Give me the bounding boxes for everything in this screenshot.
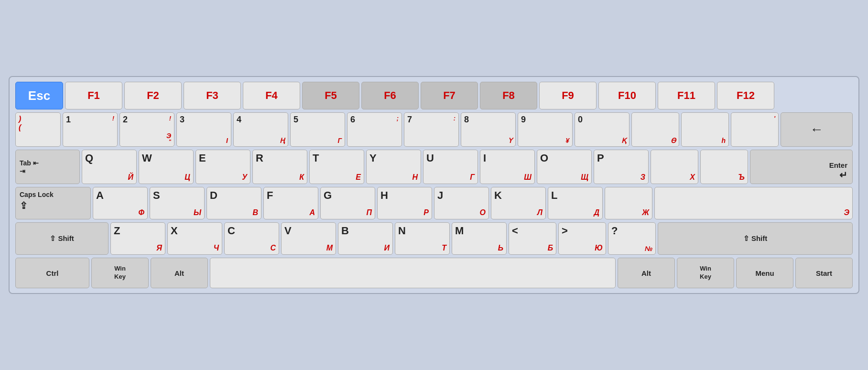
key-f6[interactable]: F6	[361, 82, 419, 109]
key-w[interactable]: W Ц	[139, 150, 194, 184]
key-alt[interactable]: Alt	[151, 258, 208, 288]
f10-label: F10	[618, 89, 636, 102]
key-0[interactable]: 0 Қ	[575, 112, 629, 147]
q-row: Tab ⇤ ⇥ Q Й W Ц E У R К T Е Y Н	[15, 150, 853, 184]
key-slash[interactable]: ? №	[608, 222, 656, 255]
key-r[interactable]: R К	[252, 150, 307, 184]
key-1[interactable]: 1 !	[63, 112, 118, 147]
key-n[interactable]: N Т	[395, 222, 450, 255]
key2-main: 2	[123, 115, 128, 125]
key-enter[interactable]: Enter ↵	[750, 150, 853, 184]
l-main: L	[551, 189, 557, 202]
key-j[interactable]: J О	[434, 187, 489, 219]
key0-sub: Қ	[621, 137, 626, 144]
z-row: ⇧ Shift Z Я X Ч C С V М B И N Т	[15, 222, 853, 255]
lshift-label: ⇧ Shift	[50, 234, 74, 243]
s-sub: Ы	[194, 208, 201, 217]
key-5[interactable]: 5 Г	[290, 112, 345, 147]
period-sub: Ю	[595, 244, 603, 252]
key-space[interactable]	[210, 258, 616, 288]
key-4[interactable]: 4 Ң	[233, 112, 288, 147]
mod-row: Ctrl WinKey Alt Alt WinKey Menu Start	[15, 258, 853, 288]
key-f8[interactable]: F8	[480, 82, 537, 109]
key-ralt[interactable]: Alt	[618, 258, 675, 288]
key-rshift[interactable]: ⇧ Shift	[658, 222, 853, 255]
x-main: X	[171, 225, 178, 237]
h-sub: Р	[423, 208, 429, 217]
key-f1[interactable]: F1	[65, 82, 122, 109]
key-y[interactable]: Y Н	[366, 150, 421, 184]
key-ctrl[interactable]: Ctrl	[15, 258, 89, 288]
key-p[interactable]: P З	[594, 150, 649, 184]
key-quote[interactable]: Э	[654, 187, 853, 219]
key-comma[interactable]: < Б	[509, 222, 556, 255]
j-main: J	[437, 189, 443, 202]
rwin-label: WinKey	[700, 265, 711, 281]
key-l[interactable]: L Д	[548, 187, 603, 219]
key-tab[interactable]: Tab ⇤ ⇥	[15, 150, 80, 184]
key-9[interactable]: 9 ¥	[518, 112, 573, 147]
key-m[interactable]: M Ь	[452, 222, 507, 255]
key-backspace[interactable]: ←	[781, 112, 853, 147]
w-sub: Ц	[184, 173, 190, 182]
key-h[interactable]: H Р	[377, 187, 432, 219]
key-2[interactable]: 2 ! Э "	[119, 112, 174, 147]
key-7[interactable]: 7 :	[404, 112, 459, 147]
v-main: V	[284, 225, 292, 237]
key-f5[interactable]: F5	[302, 82, 359, 109]
f9-label: F9	[562, 89, 574, 102]
key-f2[interactable]: F2	[124, 82, 182, 109]
key-v[interactable]: V М	[281, 222, 336, 255]
key-6[interactable]: 6 ;	[347, 112, 402, 147]
key-x[interactable]: X Ч	[167, 222, 222, 255]
key-d[interactable]: D В	[206, 187, 261, 219]
key-b[interactable]: B И	[338, 222, 393, 255]
f8-label: F8	[502, 89, 515, 102]
key-f7[interactable]: F7	[421, 82, 478, 109]
t-main: T	[313, 152, 319, 164]
key-o[interactable]: O Щ	[537, 150, 592, 184]
key-3[interactable]: 3 І	[176, 112, 231, 147]
key-rwin[interactable]: WinKey	[677, 258, 734, 288]
key-period[interactable]: > Ю	[558, 222, 606, 255]
key-lshift[interactable]: ⇧ Shift	[15, 222, 108, 255]
f5-label: F5	[325, 89, 337, 102]
key-f4[interactable]: F4	[243, 82, 300, 109]
key-f[interactable]: F А	[263, 187, 318, 219]
key-f12[interactable]: F12	[717, 82, 774, 109]
key-s[interactable]: S Ы	[150, 187, 205, 219]
key-g[interactable]: G П	[320, 187, 375, 219]
key-t[interactable]: T Е	[309, 150, 364, 184]
key-u[interactable]: U Г	[423, 150, 478, 184]
key-f11[interactable]: F11	[658, 82, 715, 109]
key-equals[interactable]: h	[681, 112, 729, 147]
key-rctrl[interactable]: Start	[795, 258, 853, 288]
key-tilde[interactable]: ) (	[15, 112, 61, 147]
key-z[interactable]: Z Я	[110, 222, 165, 255]
key-menu[interactable]: Menu	[736, 258, 793, 288]
key-c[interactable]: C С	[224, 222, 279, 255]
key-q[interactable]: Q Й	[82, 150, 137, 184]
rbracket-sub: Ъ	[738, 173, 745, 182]
key-a[interactable]: A Ф	[93, 187, 148, 219]
key-k[interactable]: K Л	[491, 187, 546, 219]
key-minus[interactable]: Ө	[631, 112, 679, 147]
key-rbracket[interactable]: Ъ	[700, 150, 748, 184]
key1-top: !	[112, 115, 114, 122]
key-f10[interactable]: F10	[598, 82, 656, 109]
key8-main: 8	[464, 115, 469, 125]
key-semicolon[interactable]: Ж	[605, 187, 652, 219]
key-win[interactable]: WinKey	[91, 258, 149, 288]
key-8[interactable]: 8 Ү	[461, 112, 516, 147]
key-e[interactable]: E У	[195, 150, 250, 184]
key-esc[interactable]: Esc	[15, 82, 63, 109]
key-f3[interactable]: F3	[184, 82, 241, 109]
key-i[interactable]: I Ш	[480, 150, 535, 184]
key-lbracket[interactable]: Х	[651, 150, 698, 184]
key-f9[interactable]: F9	[539, 82, 597, 109]
key-pipe[interactable]: '	[731, 112, 779, 147]
g-sub: П	[366, 208, 372, 217]
s-main: S	[153, 189, 160, 202]
key-capslock[interactable]: Caps Lock ⇪	[15, 187, 91, 219]
capslock-label: Caps Lock	[20, 190, 54, 199]
